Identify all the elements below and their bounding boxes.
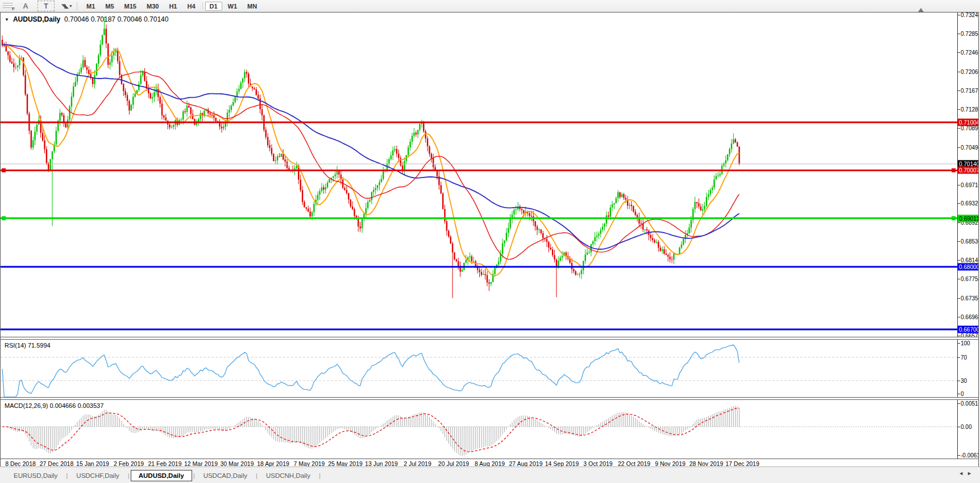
axis-tick — [958, 109, 960, 110]
tab-usdchf[interactable]: USDCHF,Daily — [69, 470, 126, 481]
axis-tick — [958, 357, 960, 358]
chart-window: ▼AUDUSD,Daily 0.70046 0.70187 0.70046 0.… — [0, 12, 979, 467]
macd-tick-label: 0.005181 — [961, 401, 978, 407]
axis-tick — [958, 260, 960, 261]
chart-tabs: EURUSD,Daily|USDCHF,Daily|AUDUSD,Daily|U… — [6, 470, 321, 481]
price-tick-label: 0.69320 — [961, 200, 978, 207]
axis-tick — [958, 203, 960, 204]
axis-tick — [958, 128, 960, 129]
timeframe-button-h1[interactable]: H1 — [164, 2, 181, 11]
tab-separator: | — [66, 472, 68, 479]
timeframe-button-w1[interactable]: W1 — [223, 2, 242, 11]
price-badge-resistance-line-price: 0.71004 — [958, 119, 978, 126]
toolbar-grip — [77, 2, 77, 10]
axis-tick — [958, 317, 960, 317]
price-badge-support-line-price: 0.66700 — [958, 326, 978, 333]
tab-scrollers: ◄► — [958, 470, 975, 476]
timeframe-button-m1[interactable]: M1 — [82, 2, 99, 11]
price-tick-label: 0.69710 — [961, 182, 978, 188]
line-handle[interactable] — [2, 168, 6, 172]
price-tick-label: 0.71670 — [961, 88, 978, 94]
axis-tick — [958, 147, 960, 148]
axis-tick — [958, 52, 960, 53]
price-tick-label: 0.70490 — [961, 145, 978, 151]
fibonacci-tool-icon[interactable]: F — [2, 2, 14, 10]
tab-usdcad[interactable]: USDCAD,Daily — [196, 470, 255, 481]
line-handle[interactable] — [952, 168, 956, 172]
tab-separator: | — [319, 472, 321, 479]
axis-tick — [958, 455, 960, 456]
chevron-down-icon: ▾ — [69, 3, 72, 9]
axis-tick — [958, 336, 960, 336]
macd-axis-border — [957, 400, 958, 459]
toolbar: F A T ◥◣▾ M1M5M15M30H1H4D1W1MN — [0, 0, 980, 13]
timeframe-button-mn[interactable]: MN — [243, 2, 261, 11]
price-tick-label: 0.68530 — [961, 238, 978, 245]
price-tick-label: 0.73240 — [961, 13, 978, 18]
timeframe-button-m30[interactable]: M30 — [142, 2, 163, 11]
price-pane[interactable]: ▼AUDUSD,Daily 0.70046 0.70187 0.70046 0.… — [1, 13, 978, 337]
price-badge-support-line-price: 0.68000 — [958, 263, 978, 271]
tab-scroll-right-icon[interactable]: ► — [967, 470, 975, 476]
axis-tick — [958, 343, 960, 344]
rsi-tick-label: 70 — [961, 354, 967, 361]
line-handle[interactable] — [2, 216, 6, 220]
price-badge-support-line-price: 0.69011 — [958, 215, 978, 222]
tab-separator: | — [193, 472, 195, 479]
mt4-window: F A T ◥◣▾ M1M5M15M30H1H4D1W1MN ▼AUDUSD,D… — [0, 0, 980, 483]
axis-tick — [958, 403, 960, 404]
price-axis-border — [957, 13, 958, 337]
axis-tick — [958, 381, 960, 381]
arrows-tool-icon[interactable]: ◥◣▾ — [61, 1, 72, 11]
rsi-tick-label: 100 — [961, 340, 970, 346]
axis-tick — [958, 427, 960, 427]
axis-tick — [958, 15, 960, 15]
rsi-axis-border — [957, 340, 958, 397]
rsi-pane[interactable]: RSI(14) 71.5994 10070300 — [1, 340, 978, 397]
line-handle[interactable] — [952, 216, 956, 220]
axis-tick — [958, 34, 960, 34]
macd-tick-label: -0.006153 — [961, 452, 978, 459]
macd-pane[interactable]: MACD(12,26,9) 0.004666 0.003537 0.005181… — [1, 400, 978, 459]
price-tick-label: 0.72850 — [961, 31, 978, 37]
rsi-tick-label: 30 — [961, 378, 967, 384]
axis-tick — [958, 279, 960, 279]
price-tick-label: 0.66570 — [961, 333, 978, 337]
price-tick-label: 0.68140 — [961, 257, 978, 263]
tab-audusd[interactable]: AUDUSD,Daily — [131, 470, 192, 481]
tab-scroll-left-icon[interactable]: ◄ — [958, 470, 967, 476]
tab-usdcnh[interactable]: USDCNH,Daily — [259, 470, 318, 481]
axis-tick — [958, 72, 960, 72]
price-badge-resistance-line-price: 0.70007 — [958, 167, 978, 174]
axis-tick — [958, 222, 960, 223]
timeframe-button-m5[interactable]: M5 — [101, 2, 118, 11]
price-tick-label: 0.72060 — [961, 69, 978, 75]
tab-strip: EURUSD,Daily|USDCHF,Daily|AUDUSD,Daily|U… — [0, 467, 980, 483]
price-tick-label: 0.67350 — [961, 295, 978, 302]
timeframe-button-m15[interactable]: M15 — [120, 2, 141, 11]
timeframe-button-h4[interactable]: H4 — [182, 2, 200, 11]
rsi-tick-label: 0 — [961, 391, 964, 397]
timeframe-button-d1[interactable]: D1 — [205, 2, 222, 11]
text-tool-icon[interactable]: T — [38, 1, 55, 11]
price-tick-label: 0.67750 — [961, 276, 978, 282]
price-tick-label: 0.66960 — [961, 314, 978, 320]
price-tick-label: 0.71280 — [961, 106, 978, 113]
tab-separator: | — [256, 472, 258, 479]
timeframe-toolbar: M1M5M15M30H1H4D1W1MN — [81, 2, 262, 11]
price-tick-label: 0.72460 — [961, 49, 978, 56]
text-label-tool-icon[interactable]: A — [20, 1, 31, 11]
axis-tick — [958, 185, 960, 185]
tab-eurusd[interactable]: EURUSD,Daily — [6, 470, 65, 481]
axis-tick — [958, 90, 960, 91]
macd-tick-label: 0.00 — [961, 424, 971, 430]
axis-tick — [958, 298, 960, 299]
chart-shift-marker — [918, 8, 924, 12]
axis-tick — [958, 394, 960, 394]
tab-separator: | — [128, 472, 130, 479]
axis-tick — [958, 241, 960, 242]
